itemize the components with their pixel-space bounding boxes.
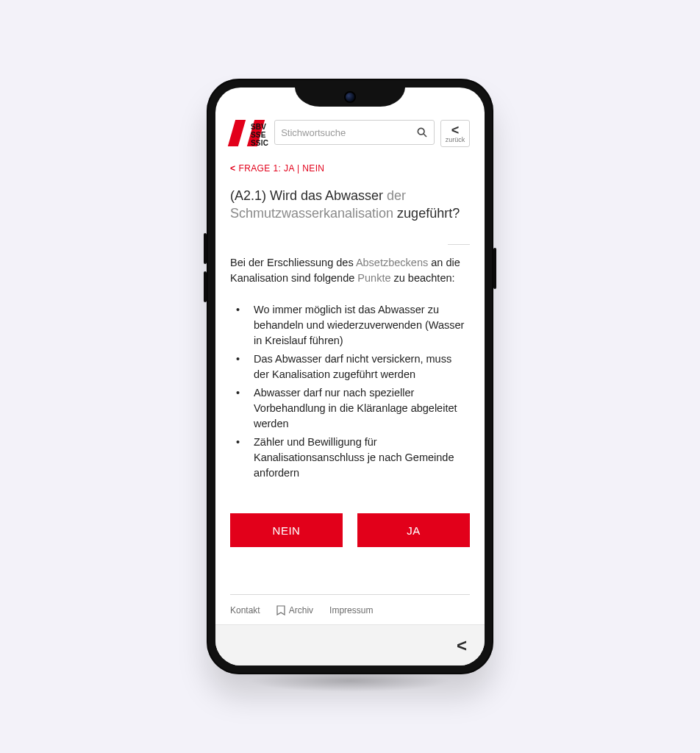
divider xyxy=(448,244,470,245)
search-box[interactable] xyxy=(274,120,435,145)
action-row: NEIN JA xyxy=(230,513,470,547)
svg-point-0 xyxy=(418,128,424,135)
header: SBV SSE SSIC < zurück xyxy=(230,120,470,147)
archive-link[interactable]: Archiv xyxy=(276,605,313,615)
phone-side-button xyxy=(204,271,207,302)
breadcrumb-text: FRAGE 1: JA | NEIN xyxy=(238,163,324,174)
front-camera xyxy=(346,93,354,101)
back-button[interactable]: < zurück xyxy=(440,120,470,147)
breadcrumb[interactable]: <FRAGE 1: JA | NEIN xyxy=(230,163,470,174)
brand-logo-text: SBV SSE SSIC xyxy=(251,123,268,147)
search-input[interactable] xyxy=(281,127,416,138)
phone-notch xyxy=(295,88,405,107)
back-button-label: zurück xyxy=(441,137,469,143)
svg-line-1 xyxy=(424,134,426,137)
imprint-link[interactable]: Impressum xyxy=(329,605,373,615)
archive-link-label: Archiv xyxy=(289,605,313,615)
brand-logo[interactable]: SBV SSE SSIC xyxy=(230,120,268,146)
list-item: Zähler und Bewilligung für Kanalisations… xyxy=(233,435,470,481)
phone-frame: SBV SSE SSIC < zurück <FRAGE 1: JA | NEI… xyxy=(207,79,493,674)
no-button[interactable]: NEIN xyxy=(230,513,343,547)
screen: SBV SSE SSIC < zurück <FRAGE 1: JA | NEI… xyxy=(215,88,485,665)
list-item: Das Abwasser darf nicht versickern, muss… xyxy=(233,351,470,382)
intro-text: Bei der Erschliessung des Absetzbeckens … xyxy=(230,255,470,286)
bullet-list: Wo immer möglich ist das Abwasser zu beh… xyxy=(230,302,470,484)
yes-button[interactable]: JA xyxy=(357,513,470,547)
phone-side-button xyxy=(493,248,496,289)
phone-side-button xyxy=(204,233,207,264)
bookmark-icon xyxy=(276,605,285,615)
question-heading: (A2.1) Wird das Abwasser der Schmutzwass… xyxy=(230,187,470,222)
chevron-left-icon: < xyxy=(441,124,469,135)
app-content: SBV SSE SSIC < zurück <FRAGE 1: JA | NEI… xyxy=(215,88,485,624)
list-item: Wo immer möglich ist das Abwasser zu beh… xyxy=(233,302,470,349)
chevron-left-icon: < xyxy=(230,163,235,174)
contact-link[interactable]: Kontakt xyxy=(230,605,260,615)
bottom-back-button[interactable]: < xyxy=(457,635,467,656)
search-icon xyxy=(416,126,428,138)
bottom-bar: < xyxy=(215,624,485,665)
footer-links: Kontakt Archiv Impressum xyxy=(230,594,470,624)
list-item: Abwasser darf nur nach spezieller Vorbeh… xyxy=(233,385,470,432)
